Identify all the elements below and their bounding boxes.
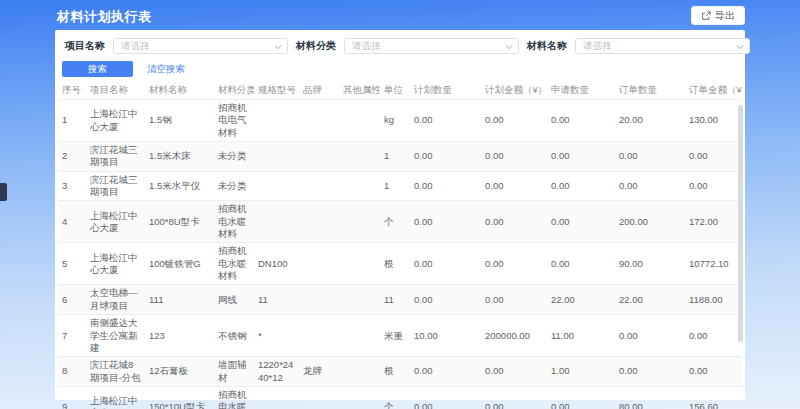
filter-row: 项目名称请选择材料分类请选择材料名称请选择 [65,38,735,54]
table-cell: 172.00 [685,201,742,243]
table-cell: kg [380,100,410,142]
table-cell: 150*10U型卡 [145,386,214,409]
table-cell: 11 [380,285,410,315]
table-cell: 0.00 [481,201,547,243]
table-cell: 招商机电水暖材料 [214,243,254,285]
column-header: 单位 [380,82,410,100]
filter-label: 材料分类 [296,39,336,53]
column-header: 项目名称 [86,82,145,100]
table-cell: 1 [380,171,410,201]
table-cell: 未分类 [214,142,254,172]
table-cell: 滨江花城三期项目 [86,142,145,172]
table-cell: 1220*2440*12 [254,357,299,387]
table-cell: 12石膏板 [145,357,214,387]
table-cell [339,100,380,142]
table-row[interactable]: 4上海松江中心大厦100*8U型卡招商机电水暖材料个0.000.000.0020… [58,201,742,243]
table-cell: 200000.00 [481,315,547,357]
table-cell: 1 [380,142,410,172]
table-cell: 招商机电水暖材料 [214,386,254,409]
filter-select-1[interactable]: 请选择 [344,38,519,54]
table-cell: 根 [380,357,410,387]
table-cell: 个 [380,201,410,243]
table-cell: 0.00 [410,142,481,172]
table-row[interactable]: 6太空电梯—月球项目111网线11110.000.0022.0022.00118… [58,285,742,315]
page-title: 材料计划执行表 [57,8,152,26]
table-cell: 太空电梯—月球项目 [86,285,145,315]
table-cell: 6 [58,285,86,315]
filter-select-0[interactable]: 请选择 [113,38,288,54]
search-button[interactable]: 搜索 [62,61,133,77]
table-cell [339,285,380,315]
table-cell: 0.00 [410,285,481,315]
chevron-down-icon [737,42,744,49]
export-button[interactable]: 导出 [691,6,745,25]
table-cell [254,142,299,172]
table-cell [299,315,339,357]
table-cell: 上海松江中心大厦 [86,386,145,409]
table-cell: 11.00 [547,315,615,357]
table-cell: 0.00 [685,171,742,201]
table-cell: 0.00 [481,100,547,142]
table-cell: 100*8U型卡 [145,201,214,243]
column-header: 订单数量 [615,82,685,100]
column-header: 品牌 [299,82,339,100]
column-header: 申请数量 [547,82,615,100]
side-collapsed-tab[interactable] [0,183,7,201]
table-cell: 123 [145,315,214,357]
column-header: 材料分类 [214,82,254,100]
table-cell: 招商机电水暖材料 [214,201,254,243]
table-cell: 0.00 [615,142,685,172]
table-cell [339,142,380,172]
filter-select-2[interactable]: 请选择 [575,38,750,54]
select-placeholder: 请选择 [352,40,381,53]
table-cell: 0.00 [410,357,481,387]
table-cell: 0.00 [481,285,547,315]
table-cell: 111 [145,285,214,315]
table-cell: 0.00 [481,243,547,285]
table-cell: 156.60 [685,386,742,409]
chevron-down-icon [506,42,513,49]
table-cell: 100镀铁管G [145,243,214,285]
table-cell [299,201,339,243]
table-cell: 网线 [214,285,254,315]
table-cell: 墙面辅材 [214,357,254,387]
table-cell: 10772.10 [685,243,742,285]
vertical-scrollbar-thumb[interactable] [738,105,743,342]
table-row[interactable]: 2滨江花城三期项目1.5米木床未分类10.000.000.000.000.00 [58,142,742,172]
select-placeholder: 请选择 [121,40,150,53]
table-cell: 米重 [380,315,410,357]
column-header: 规格型号 [254,82,299,100]
table-cell: 0.00 [481,171,547,201]
table-row[interactable]: 3滨江花城三期项目1.5米水平仪未分类10.000.000.000.000.00 [58,171,742,201]
table-cell: 未分类 [214,171,254,201]
table-row[interactable]: 8滨江花城8期项目-分包12石膏板墙面辅材1220*2440*12龙牌根0.00… [58,357,742,387]
table-row[interactable]: 9上海松江中心大厦150*10U型卡招商机电水暖材料个0.000.000.008… [58,386,742,409]
table-cell [299,386,339,409]
column-header: 序号 [58,82,86,100]
table-cell: 0.00 [547,100,615,142]
table-cell: 0.00 [410,243,481,285]
table-cell: 0.00 [410,100,481,142]
table-cell: 招商机电电气材料 [214,100,254,142]
table-cell: DN100 [254,243,299,285]
table-row[interactable]: 1上海松江中心大厦1.5钢招商机电电气材料kg0.000.000.0020.00… [58,100,742,142]
table-cell: 上海松江中心大厦 [86,100,145,142]
export-button-label: 导出 [715,9,735,23]
table-cell [339,357,380,387]
table-cell [299,100,339,142]
filter-label: 材料名称 [527,39,567,53]
table-cell: 4 [58,201,86,243]
clear-search-link[interactable]: 清空搜索 [147,63,185,76]
table-cell: * [254,315,299,357]
table-cell: 90.00 [615,243,685,285]
table-row[interactable]: 5上海松江中心大厦100镀铁管G招商机电水暖材料DN100根0.000.000.… [58,243,742,285]
table-cell: 5 [58,243,86,285]
table-cell: 不锈钢 [214,315,254,357]
table-cell: 1188.00 [685,285,742,315]
table-cell: 0.00 [685,357,742,387]
column-header: 其他属性 [339,82,380,100]
table-cell: 0.00 [481,142,547,172]
table-row[interactable]: 7南侧盛达大学生公寓新建123不锈钢*米重10.00200000.0011.00… [58,315,742,357]
table-cell [299,243,339,285]
table-cell: 200.00 [615,201,685,243]
